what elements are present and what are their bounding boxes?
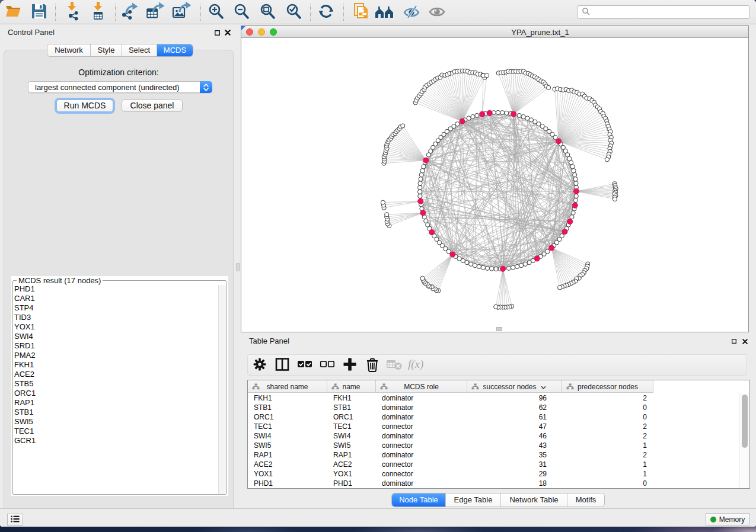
mcds-result-item[interactable]: STB5: [14, 379, 218, 389]
cell-name[interactable]: ACE2: [327, 460, 376, 469]
tab-mcds[interactable]: MCDS: [157, 44, 193, 56]
column-header-MCDS-role[interactable]: MCDS role: [376, 380, 467, 393]
table-row[interactable]: ACE2ACE2connector311: [248, 460, 653, 469]
cell-name[interactable]: ORC1: [327, 412, 376, 422]
table-panel-close-button[interactable]: [741, 337, 749, 345]
table-row[interactable]: SWI4SWI4dominator462: [248, 431, 653, 441]
add-column-button[interactable]: [340, 356, 360, 374]
mcds-result-item[interactable]: YOX1: [14, 322, 218, 332]
mcds-result-item[interactable]: FKH1: [14, 360, 218, 370]
table-settings-button[interactable]: [250, 356, 270, 374]
cell-predecessor-nodes[interactable]: 1: [562, 441, 653, 450]
zoom-out-button[interactable]: [231, 2, 252, 23]
cell-predecessor-nodes[interactable]: 2: [562, 422, 653, 431]
mcds-result-item[interactable]: STP4: [14, 303, 218, 313]
cell-predecessor-nodes[interactable]: 0: [562, 412, 653, 422]
task-history-button[interactable]: [7, 514, 23, 525]
table-row[interactable]: TEC1TEC1connector472: [248, 422, 653, 431]
tab-node-table[interactable]: Node Table: [392, 493, 446, 507]
cell-predecessor-nodes[interactable]: 2: [562, 431, 653, 441]
cell-predecessor-nodes[interactable]: 1: [562, 469, 653, 479]
window-minimize-button[interactable]: [258, 28, 265, 36]
tab-style[interactable]: Style: [91, 44, 122, 56]
tab-motifs[interactable]: Motifs: [567, 493, 604, 507]
network-window-titlebar[interactable]: YPA_prune.txt_1: [241, 26, 748, 38]
mcds-result-item[interactable]: PMA2: [14, 351, 218, 360]
tab-select[interactable]: Select: [122, 44, 157, 56]
cell-shared-name[interactable]: SWI5: [248, 441, 327, 450]
cell-MCDS-role[interactable]: connector: [376, 460, 467, 469]
tab-network-table[interactable]: Network Table: [501, 493, 567, 507]
cell-MCDS-role[interactable]: dominator: [376, 403, 467, 412]
cell-MCDS-role[interactable]: connector: [376, 422, 467, 431]
mcds-result-item[interactable]: TID3: [14, 313, 218, 322]
table-scrollbar-thumb[interactable]: [742, 395, 748, 448]
mcds-result-item[interactable]: ACE2: [14, 370, 218, 379]
column-header-successor-nodes[interactable]: successor nodes: [467, 380, 562, 393]
zoom-fit-button[interactable]: [257, 2, 278, 23]
cell-shared-name[interactable]: PHD1: [248, 479, 327, 488]
hide-columns-button[interactable]: [317, 356, 337, 374]
export-table-button[interactable]: [145, 2, 166, 23]
table-row[interactable]: RAP1RAP1dominator352: [248, 450, 653, 460]
show-all-button[interactable]: [426, 2, 448, 23]
mcds-result-item[interactable]: PHD1: [14, 284, 218, 294]
control-panel-close-button[interactable]: [224, 28, 232, 37]
cell-shared-name[interactable]: ACE2: [248, 460, 327, 469]
cell-name[interactable]: SWI5: [327, 441, 376, 450]
zoom-selected-button[interactable]: [283, 2, 304, 23]
mcds-result-item[interactable]: CAR1: [14, 294, 218, 303]
show-columns-button[interactable]: [295, 356, 315, 374]
toggle-panes-button[interactable]: [272, 356, 292, 374]
criterion-dropdown[interactable]: largest connected component (undirected): [28, 81, 212, 93]
mcds-result-item[interactable]: SWI4: [14, 332, 218, 341]
cell-name[interactable]: PHD1: [327, 479, 376, 488]
splitter-handle[interactable]: [236, 263, 240, 271]
cell-name[interactable]: FKH1: [327, 393, 376, 403]
cell-MCDS-role[interactable]: dominator: [376, 450, 467, 460]
mcds-result-list[interactable]: PHD1CAR1STP4TID3YOX1SWI4SRD1PMA2FKH1ACE2…: [14, 284, 218, 494]
cell-name[interactable]: YOX1: [327, 469, 376, 479]
import-network-button[interactable]: [62, 2, 83, 23]
cell-MCDS-role[interactable]: connector: [376, 469, 467, 479]
cell-shared-name[interactable]: STB1: [248, 403, 327, 412]
cell-MCDS-role[interactable]: dominator: [376, 431, 467, 441]
cell-name[interactable]: STB1: [327, 403, 376, 412]
mcds-result-item[interactable]: SWI5: [14, 417, 218, 427]
mcds-result-item[interactable]: TEC1: [14, 427, 218, 436]
close-panel-button[interactable]: Close panel: [122, 100, 183, 112]
save-session-button[interactable]: [28, 2, 50, 23]
cell-successor-nodes[interactable]: 62: [467, 403, 562, 412]
cell-successor-nodes[interactable]: 31: [467, 460, 562, 469]
control-panel-float-button[interactable]: [213, 28, 221, 37]
column-header-shared-name[interactable]: shared name: [248, 380, 327, 393]
cell-predecessor-nodes[interactable]: 0: [562, 479, 653, 488]
cell-shared-name[interactable]: RAP1: [248, 450, 327, 460]
window-maximize-button[interactable]: [270, 28, 277, 36]
cell-MCDS-role[interactable]: connector: [376, 441, 467, 450]
cell-MCDS-role[interactable]: dominator: [376, 479, 467, 488]
cell-MCDS-role[interactable]: dominator: [376, 393, 467, 403]
memory-button[interactable]: Memory: [706, 513, 749, 525]
column-header-name[interactable]: name: [327, 380, 376, 393]
table-row[interactable]: ORC1ORC1dominator610: [248, 412, 653, 422]
cell-name[interactable]: TEC1: [327, 422, 376, 431]
table-scrollbar[interactable]: [739, 393, 749, 488]
cell-MCDS-role[interactable]: dominator: [376, 412, 467, 422]
cell-shared-name[interactable]: SWI4: [248, 431, 327, 441]
canvas-scroll-grip[interactable]: [496, 327, 502, 331]
table-row[interactable]: STB1STB1dominator620: [248, 403, 653, 412]
cell-successor-nodes[interactable]: 43: [467, 441, 562, 450]
cell-predecessor-nodes[interactable]: 1: [562, 460, 653, 469]
open-session-button[interactable]: [2, 2, 24, 23]
export-network-button[interactable]: [119, 2, 140, 23]
search-input[interactable]: [577, 5, 750, 19]
table-panel-float-button[interactable]: [730, 337, 738, 345]
mcds-result-item[interactable]: STB1: [14, 408, 218, 417]
clone-network-button[interactable]: [350, 2, 372, 23]
table-row[interactable]: SWI5SWI5connector431: [248, 441, 653, 450]
cell-successor-nodes[interactable]: 47: [467, 422, 562, 431]
export-image-button[interactable]: [171, 2, 192, 23]
import-table-button[interactable]: [88, 2, 109, 23]
cell-predecessor-nodes[interactable]: 0: [562, 403, 653, 412]
